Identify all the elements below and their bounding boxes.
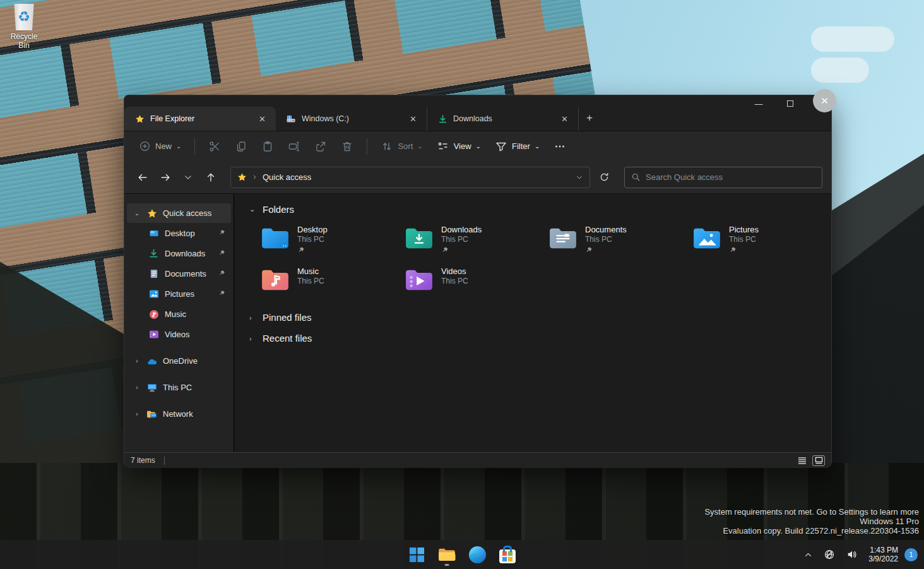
sidebar-item-music[interactable]: Music — [127, 304, 231, 324]
status-bar: 7 items — [124, 452, 831, 468]
new-button[interactable]: New ⌄ — [133, 136, 187, 157]
notification-pill — [811, 27, 894, 52]
share-button[interactable] — [309, 136, 333, 157]
chevron-down-icon[interactable]: ⌄ — [133, 210, 141, 217]
sidebar-item-label: Quick access — [163, 208, 226, 218]
pin-icon — [297, 245, 328, 253]
view-button[interactable]: View ⌄ — [431, 136, 487, 157]
pinned-files-section-header[interactable]: › Pinned files — [249, 312, 831, 323]
tab-close-button[interactable]: ✕ — [255, 113, 270, 125]
tab-close-button[interactable]: ✕ — [406, 113, 420, 125]
sidebar-item-quick-access[interactable]: ⌄ Quick access — [127, 203, 231, 223]
tab-bar: File Explorer ✕ Windows (C:) ✕ Downloads… — [124, 95, 831, 131]
chevron-right-icon: › — [249, 335, 257, 342]
navigation-bar: Quick access — [124, 161, 831, 194]
notification-close-button[interactable]: ✕ — [813, 89, 836, 112]
minimize-button[interactable]: — — [752, 99, 766, 109]
taskbar-clock[interactable]: 1:43 PM 3/9/2022 — [865, 546, 902, 563]
store-taskbar-button[interactable] — [495, 542, 519, 566]
chevron-right-icon[interactable]: › — [133, 410, 141, 417]
picture-icon — [148, 289, 159, 299]
running-app-indicator — [445, 564, 449, 566]
recent-files-section-header[interactable]: › Recent files — [249, 333, 831, 344]
tab-close-button[interactable]: ✕ — [557, 113, 572, 125]
start-button[interactable] — [405, 542, 429, 566]
back-button[interactable] — [133, 168, 152, 187]
taskbar: 1:43 PM 3/9/2022 1 — [0, 540, 924, 569]
tile-location: This PC — [729, 235, 759, 244]
sidebar-item-network[interactable]: › Network — [127, 404, 231, 424]
sidebar-item-label: Network — [163, 409, 226, 419]
chevron-right-icon[interactable]: › — [133, 357, 141, 364]
desktop: ♻ Recycle Bin ✕ System requirements not … — [0, 0, 924, 569]
sidebar-item-this-pc[interactable]: › This PC — [127, 378, 231, 397]
paste-button[interactable] — [256, 136, 280, 157]
rename-button[interactable] — [282, 136, 306, 157]
address-bar[interactable]: Quick access — [230, 167, 590, 188]
tab-downloads[interactable]: Downloads ✕ — [427, 107, 579, 131]
pin-icon — [218, 229, 226, 238]
sidebar-item-label: This PC — [163, 383, 226, 392]
copy-button[interactable] — [229, 136, 253, 157]
tile-name: Videos — [441, 267, 468, 277]
new-tab-button[interactable]: + — [579, 111, 600, 126]
folder-tile-desktop[interactable]: Desktop This PC — [256, 221, 400, 260]
cut-button[interactable] — [203, 136, 227, 157]
large-icons-view-button[interactable] — [812, 455, 825, 466]
folder-tile-pictures[interactable]: Pictures This PC — [687, 221, 831, 260]
tab-windows-c[interactable]: Windows (C:) ✕ — [276, 107, 427, 131]
tab-file-explorer[interactable]: File Explorer ✕ — [124, 107, 276, 131]
chevron-down-icon: ⌄ — [417, 143, 422, 150]
notification-pill — [811, 57, 869, 83]
folder-tile-documents[interactable]: Documents This PC — [543, 221, 687, 260]
network-icon — [146, 409, 157, 419]
pin-icon — [585, 245, 627, 253]
filter-button[interactable]: Filter ⌄ — [489, 136, 545, 157]
search-box — [624, 167, 822, 188]
volume-icon[interactable] — [842, 545, 862, 564]
folders-section-header[interactable]: ⌄ Folders — [249, 204, 831, 215]
sort-button[interactable]: Sort ⌄ — [375, 136, 428, 157]
quick-access-star-icon — [146, 208, 157, 219]
address-dropdown-chevron-icon[interactable] — [576, 174, 583, 181]
maximize-button[interactable] — [783, 99, 797, 109]
folder-tile-music[interactable]: Music This PC — [256, 263, 400, 302]
sidebar-item-label: Desktop — [165, 229, 213, 238]
sidebar-item-videos[interactable]: Videos — [127, 325, 231, 344]
tile-name: Pictures — [729, 225, 759, 235]
forward-button[interactable] — [156, 168, 175, 187]
recycle-bin-desktop-icon[interactable]: ♻ Recycle Bin — [5, 4, 43, 50]
chevron-down-icon: ⌄ — [535, 143, 540, 150]
tray-overflow-chevron-icon[interactable] — [800, 547, 817, 563]
chevron-right-icon[interactable]: › — [133, 384, 141, 391]
network-no-internet-icon[interactable] — [819, 545, 839, 564]
breadcrumb-chevron-icon — [252, 174, 258, 180]
file-explorer-taskbar-button[interactable] — [435, 542, 459, 566]
up-button[interactable] — [201, 168, 220, 187]
sidebar-item-downloads[interactable]: Downloads — [127, 244, 231, 263]
search-input[interactable] — [646, 172, 815, 182]
command-bar: New ⌄ Sor — [124, 131, 831, 161]
tab-label: Downloads — [453, 114, 552, 123]
delete-button[interactable] — [335, 136, 359, 157]
sort-button-label: Sort — [398, 141, 413, 151]
recent-locations-button[interactable] — [179, 168, 198, 187]
folder-tile-downloads[interactable]: Downloads This PC — [400, 221, 543, 260]
file-explorer-window: File Explorer ✕ Windows (C:) ✕ Downloads… — [124, 95, 832, 467]
evaluation-watermark: System requirements not met. Go to Setti… — [704, 507, 919, 536]
tab-label: File Explorer — [150, 114, 249, 123]
chevron-down-icon: ⌄ — [176, 143, 181, 150]
chevron-down-icon: ⌄ — [476, 143, 481, 150]
window-body: ⌄ Quick access Desktop — [124, 194, 831, 452]
edge-taskbar-button[interactable] — [465, 542, 489, 566]
sidebar-item-documents[interactable]: Documents — [127, 264, 231, 284]
details-view-button[interactable] — [796, 455, 808, 466]
more-options-button[interactable] — [548, 136, 572, 157]
folder-tile-videos[interactable]: Videos This PC — [400, 263, 543, 302]
refresh-button[interactable] — [594, 168, 614, 187]
sidebar-item-pictures[interactable]: Pictures — [127, 284, 231, 304]
notification-count-badge[interactable]: 1 — [904, 548, 918, 561]
sidebar-item-onedrive[interactable]: › OneDrive — [127, 351, 231, 371]
new-button-label: New — [155, 141, 172, 151]
sidebar-item-desktop[interactable]: Desktop — [127, 224, 231, 243]
